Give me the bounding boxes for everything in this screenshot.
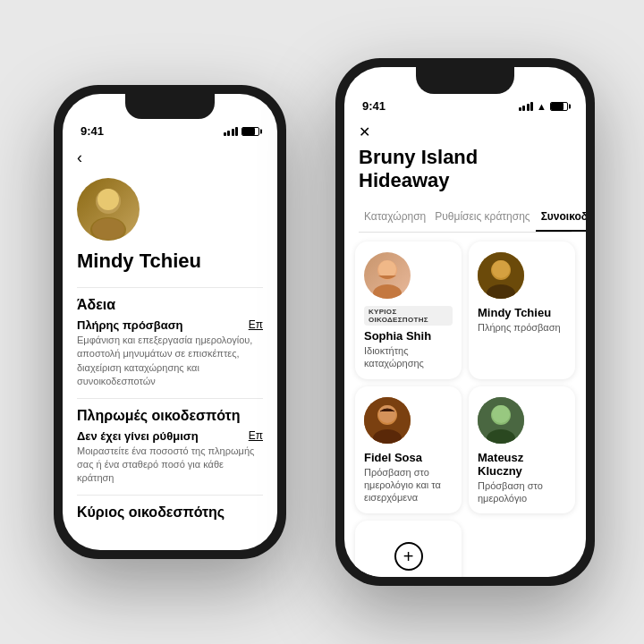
cohost-card-fidel[interactable]: Fidel Sosa Πρόσβαση στο ημερολόγιο και τ… [355,386,462,514]
right-battery-icon [550,102,568,111]
cohost-role-mateusz: Πρόσβαση στο ημερολόγιο [478,479,566,505]
tab-listing[interactable]: Καταχώρηση [359,203,431,232]
cohost-avatar-fidel [364,397,411,444]
cohost-avatar-mindy [478,252,524,299]
scene: 9:41 ‹ [0,0,644,644]
section-payment-subtitle: Δεν έχει γίνει ρύθμιση [77,429,199,443]
cohost-card-sophia[interactable]: ΚΥΡΙΟΣ ΟΙΚΟΔΕΣΠΟΤΗΣ Sophia Shih Ιδιοκτήτ… [355,242,462,379]
close-button[interactable]: ✕ [359,123,572,140]
section-payment-desc: Μοιραστείτε ένα ποσοστό της πληρωμής σας… [77,445,263,486]
svg-point-10 [492,260,510,278]
back-button[interactable]: ‹ [77,148,263,167]
svg-point-18 [492,405,510,423]
svg-point-3 [92,218,124,240]
cohost-avatar-sophia [364,252,411,299]
tab-booking[interactable]: Ρυθμίσεις κράτησης [431,203,535,232]
phone-right: 9:41 ▲ ✕ Bruny Island Hid [335,58,595,586]
cohost-card-mindy[interactable]: Mindy Tchieu Πλήρης πρόσβαση [469,242,575,379]
tab-cohosts[interactable]: Συνοικοδεσπότες [536,203,586,232]
left-screen: 9:41 ‹ [63,94,277,550]
svg-point-5 [373,284,402,299]
right-signal-icon [519,102,534,111]
left-time: 9:41 [80,124,104,138]
svg-point-14 [378,405,396,423]
cohost-grid: ΚΥΡΙΟΣ ΟΙΚΟΔΕΣΠΟΤΗΣ Sophia Shih Ιδιοκτήτ… [344,233,586,577]
cohost-role-sophia: Ιδιοκτήτης καταχώρησης [364,344,453,370]
cohost-name-sophia: Sophia Shih [364,329,453,343]
listing-title: Bruny Island Hideaway [359,146,572,192]
cohost-avatar-mateusz [478,397,524,444]
cohost-name-mindy: Mindy Tchieu [478,306,566,319]
add-icon[interactable]: + [394,542,423,571]
signal-icon [224,127,239,136]
edit-license-link[interactable]: Επ [249,318,263,331]
right-notch [416,67,514,94]
right-header: ✕ Bruny Island Hideaway Καταχώρηση Ρυθμί… [344,116,586,233]
battery-icon [242,127,259,136]
wifi-icon: ▲ [537,101,547,112]
left-status-icons [224,127,260,136]
divider-2 [77,398,263,399]
section-license-subtitle: Πλήρης πρόσβαση [77,318,183,332]
section-payment-title: Πληρωμές οικοδεσπότη [77,408,263,424]
left-profile-name: Mindy Tchieu [77,250,263,273]
edit-payment-link[interactable]: Επ [249,429,263,442]
section-license-desc: Εμφάνιση και επεξεργασία ημερολογίου, απ… [77,334,263,389]
left-avatar [77,178,140,241]
tabs-bar: Καταχώρηση Ρυθμίσεις κράτησης Συνοικοδεσ… [359,203,572,233]
right-status-icons: ▲ [519,101,568,112]
right-time: 9:41 [362,99,386,113]
cohost-role-fidel: Πρόσβαση στο ημερολόγιο και τα εισερχόμε… [364,466,453,504]
cohost-name-mateusz: Mateusz Kluczny [478,451,566,478]
divider-1 [77,287,263,288]
divider-3 [77,495,263,496]
left-content: ‹ Mindy Tchieu Άδεια Πλήρης πρόσβαση Επ [63,141,277,521]
left-notch [125,94,215,119]
cohost-card-mateusz[interactable]: Mateusz Kluczny Πρόσβαση στο ημερολόγιο [469,386,575,514]
svg-point-2 [97,189,119,210]
cohost-badge-sophia: ΚΥΡΙΟΣ ΟΙΚΟΔΕΣΠΟΤΗΣ [364,306,453,326]
add-cohost-card[interactable]: + [355,521,462,577]
section-license-title: Άδεια [77,297,263,313]
cohost-role-mindy: Πλήρης πρόσβαση [478,321,566,334]
right-status-bar: 9:41 ▲ [344,94,586,116]
phone-left: 9:41 ‹ [54,85,286,559]
section-host-title: Κύριος οικοδεσπότης [77,504,263,521]
right-screen: 9:41 ▲ ✕ Bruny Island Hid [344,67,586,577]
left-status-bar: 9:41 [63,119,277,141]
cohost-name-fidel: Fidel Sosa [364,451,453,464]
